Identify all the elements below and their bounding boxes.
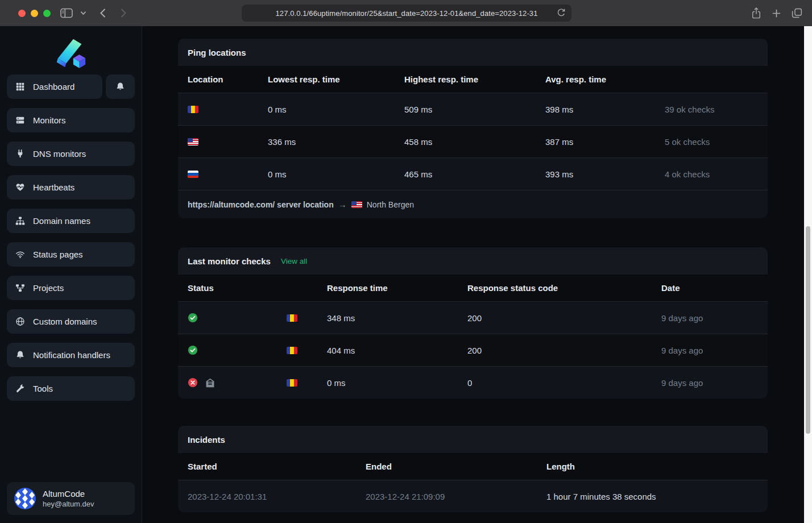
notifications-button[interactable] [106,74,135,99]
card-title: Last monitor checks [188,256,271,266]
check-date: 9 days ago [652,346,768,355]
zoom-window-button[interactable] [43,10,51,17]
app-logo[interactable] [7,33,135,74]
column-header: Highest resp. time [395,74,536,84]
highest-resp-time: 509 ms [395,105,536,114]
response-status-code: 0 [458,378,652,388]
sidebar-item-label: Projects [33,283,64,293]
table-row: 0 ms 0 9 days ago [178,366,768,399]
avatar [14,488,36,509]
united-states-flag-icon [188,138,198,146]
globe-icon [15,317,26,327]
column-header: Ended [356,462,537,471]
table-row: 0 ms 465 ms 393 ms 4 ok checks [178,157,768,190]
lowest-resp-time: 336 ms [258,137,395,147]
new-tab-icon[interactable] [771,8,782,19]
table-row: 336 ms 458 ms 387 ms 5 ok checks [178,125,768,157]
russia-flag-icon [188,171,198,178]
sidebar-item-dashboard[interactable]: Dashboard [7,74,102,99]
ping-locations-card: Ping locations Location Lowest resp. tim… [178,39,768,218]
sidebar-item-label: DNS monitors [33,149,86,159]
sidebar-item-tools[interactable]: Tools [7,376,135,401]
incident-started: 2023-12-24 20:01:31 [178,492,356,501]
close-window-button[interactable] [18,10,26,17]
column-header: Status [178,283,317,293]
sidebar-item-monitors[interactable]: Monitors [7,108,135,132]
status-up-icon [188,313,198,323]
user-email: hey@altum.dev [43,500,94,508]
address-bar[interactable]: 127.0.0.1/66uptime/monitor/25&start_date… [242,5,571,22]
back-button[interactable] [99,7,106,19]
lowest-resp-time: 0 ms [258,105,395,114]
incidents-table-header: Started Ended Length [178,453,768,480]
sidebar: Dashboard Monitors [0,26,142,523]
highest-resp-time: 465 ms [395,169,536,179]
bell-icon [115,82,126,92]
check-date: 9 days ago [652,313,768,323]
tab-overview-icon[interactable] [791,7,803,19]
ok-checks: 4 ok checks [655,169,768,179]
last-monitor-checks-card: Last monitor checks View all Status Resp… [178,247,768,399]
main-content: Ping locations Location Lowest resp. tim… [142,26,812,523]
sidebar-item-label: Domain names [33,216,90,226]
sidebar-item-label: Tools [33,384,53,393]
server-location-label: https://altumcode.com/ server location [188,200,334,209]
tools-icon [15,384,26,394]
status-up-icon [188,345,198,355]
chevron-down-icon[interactable] [80,11,86,15]
scrollbar-track[interactable] [804,26,812,523]
incident-length: 1 hour 7 minutes 38 seconds [537,492,768,501]
response-time: 0 ms [317,378,458,388]
server-location-footer: https://altumcode.com/ server location →… [178,190,768,218]
minimize-window-button[interactable] [31,10,38,17]
avg-resp-time: 398 ms [536,105,655,114]
heart-pulse-icon [15,182,26,193]
sidebar-item-label: Dashboard [33,82,74,92]
sidebar-item-custom-domains[interactable]: Custom domains [7,309,135,334]
column-header: Lowest resp. time [258,74,395,84]
url-text: 127.0.0.1/66uptime/monitor/25&start_date… [276,9,538,18]
sidebar-item-dns-monitors[interactable]: DNS monitors [7,142,135,166]
share-icon[interactable] [751,7,762,19]
forward-button[interactable] [120,7,127,19]
response-time: 404 ms [317,346,458,355]
column-header: Response status code [458,283,652,293]
avg-resp-time: 393 ms [536,169,655,179]
card-title: Ping locations [188,48,246,57]
romania-flag-icon [287,314,297,322]
arrow-right-icon: → [338,200,347,209]
view-all-link[interactable]: View all [281,257,307,265]
browser-chrome: 127.0.0.1/66uptime/monitor/25&start_date… [0,0,812,26]
response-time: 348 ms [317,313,458,323]
status-down-icon [188,377,198,388]
sidebar-item-heartbeats[interactable]: Heartbeats [7,175,135,200]
sidebar-item-label: Monitors [33,115,66,125]
sitemap-icon [15,216,26,226]
sidebar-item-domain-names[interactable]: Domain names [7,209,135,233]
server-icon [15,115,26,126]
sidebar-item-notification-handlers[interactable]: Notification handlers [7,343,135,367]
sidebar-item-status-pages[interactable]: Status pages [7,242,135,267]
incidents-card: Incidents Started Ended Length 2023-12-2… [178,426,768,512]
plug-icon [15,149,26,159]
sidebar-item-projects[interactable]: Projects [7,276,135,300]
ok-checks: 5 ok checks [655,137,768,147]
bell-icon [15,350,26,360]
table-row: 348 ms 200 9 days ago [178,301,768,334]
romania-flag-icon [287,347,297,354]
diagram-project-icon [15,283,26,293]
scrollbar-thumb[interactable] [806,226,810,434]
ok-checks: 39 ok checks [655,105,768,114]
check-date: 9 days ago [652,378,768,388]
user-card[interactable]: AltumCode hey@altum.dev [7,482,135,515]
sidebar-item-label: Status pages [33,250,83,259]
table-row: 404 ms 200 9 days ago [178,334,768,366]
sidebar-item-label: Custom domains [33,317,97,326]
sidebar-item-label: Notification handlers [33,350,110,360]
sidebar-toggle-icon[interactable] [60,7,73,19]
notification-sent-envelope-icon [205,378,215,388]
lowest-resp-time: 0 ms [258,169,395,179]
reload-icon[interactable] [556,7,566,20]
romania-flag-icon [188,106,198,113]
response-status-code: 200 [458,346,652,355]
